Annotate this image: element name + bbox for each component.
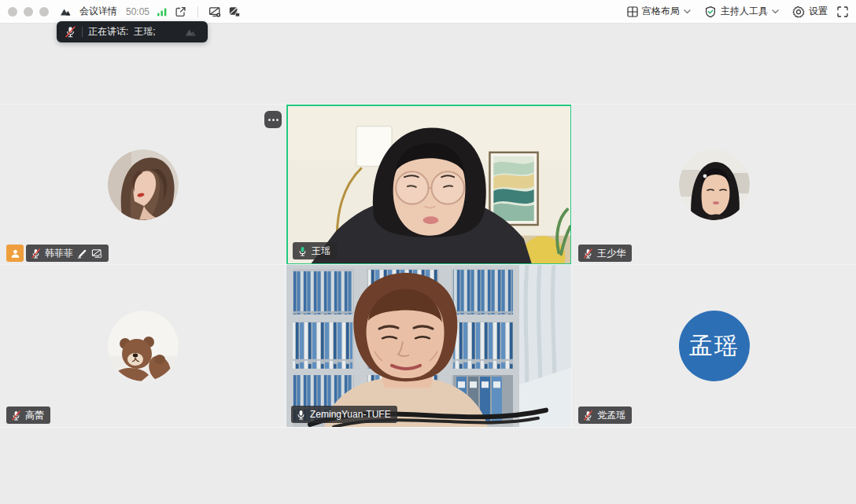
avatar-initials: 孟瑶 [679, 311, 750, 381]
settings-button[interactable]: 设置 [788, 5, 832, 18]
record-lock-icon[interactable] [228, 6, 241, 18]
avatar-wrap: 孟瑶 [572, 265, 856, 427]
nametag: ZemingYuan-TUFE [291, 406, 397, 423]
settings-label: 设置 [809, 5, 828, 18]
toast-divider [82, 27, 83, 37]
meeting-timer: 50:05 [126, 6, 149, 17]
mic-on-icon [296, 410, 306, 420]
mic-muted-icon [31, 248, 41, 259]
nametag-row: ZemingYuan-TUFE [291, 406, 397, 423]
host-tools-button[interactable]: 主持人工具 [700, 5, 783, 18]
avatar-wrap [0, 105, 286, 265]
participant-tile-hanfeifei[interactable]: 韩菲菲 [0, 105, 286, 265]
tile-more-button[interactable] [264, 111, 282, 128]
participant-tile-gaolei[interactable]: 高蕾 [0, 265, 286, 427]
speaking-toast-label: 正在讲话: [88, 25, 128, 39]
speaking-toast-speaker: 王瑶; [134, 25, 155, 39]
annotation-pen-icon [77, 248, 87, 259]
titlebar: 会议详情 50:05 [0, 0, 856, 24]
participant-tile-dangmengyao[interactable]: 孟瑶 党孟瑶 [572, 265, 856, 427]
screen-share-disabled-icon [91, 248, 102, 259]
nametag: 党孟瑶 [578, 407, 632, 424]
nametag: 高蕾 [6, 407, 50, 424]
meeting-details-link[interactable]: 会议详情 [79, 5, 117, 18]
chevron-down-icon [772, 9, 779, 14]
window-minimize-button[interactable] [24, 7, 33, 17]
participant-name: 高蕾 [25, 409, 44, 422]
avatar-wrap [572, 105, 856, 265]
avatar-photo-gaolei [108, 311, 179, 381]
mic-muted-icon [11, 410, 21, 421]
screen-share-disabled-icon[interactable] [208, 6, 221, 18]
avatar-photo-wangshaohua [679, 149, 750, 220]
nametag-row: 高蕾 [6, 407, 50, 424]
speaking-toast: 正在讲话: 王瑶; [57, 21, 208, 42]
open-external-icon[interactable] [175, 6, 187, 18]
watermark-logo-icon [183, 26, 200, 39]
titlebar-left: 会议详情 50:05 [60, 5, 241, 18]
grid-layout-label: 宫格布局 [642, 5, 680, 18]
titlebar-right: 宫格布局 主持人工具 设置 [623, 5, 848, 18]
meeting-stage: 韩菲菲 [0, 24, 856, 504]
grid-layout-button[interactable]: 宫格布局 [623, 5, 695, 18]
host-tools-shield-icon [704, 6, 717, 18]
mic-muted-icon [65, 26, 76, 38]
participant-name: 王瑶 [312, 245, 330, 258]
participant-grid: 韩菲菲 [0, 105, 856, 427]
mic-muted-icon [583, 248, 593, 259]
nametag: 王少华 [578, 245, 632, 262]
window-zoom-button[interactable] [39, 7, 49, 17]
network-signal-icon [157, 6, 168, 17]
chevron-down-icon [684, 9, 691, 14]
participant-name: ZemingYuan-TUFE [310, 409, 391, 420]
video-feed-wangyao [288, 106, 570, 263]
nametag-row: 王少华 [578, 245, 632, 262]
titlebar-divider [197, 6, 198, 17]
host-person-icon [10, 248, 20, 259]
avatar-photo-hanfeifei [108, 149, 179, 220]
participant-name: 王少华 [597, 247, 625, 260]
grid-layout-icon [627, 6, 638, 17]
nametag: 韩菲菲 [26, 245, 109, 262]
mic-speaking-icon [297, 246, 308, 256]
nametag-row: 党孟瑶 [578, 407, 632, 424]
meeting-logo-icon [60, 6, 72, 18]
host-tools-label: 主持人工具 [721, 5, 768, 18]
participant-tile-zemingyuan[interactable]: ZemingYuan-TUFE [286, 265, 572, 427]
participant-tile-wangshaohua[interactable]: 王少华 [572, 105, 856, 265]
video-feed-zemingyuan [286, 265, 572, 427]
participant-tile-wangyao[interactable]: 王瑶 [286, 105, 572, 265]
host-badge [6, 245, 24, 262]
nametag: 王瑶 [293, 242, 337, 259]
avatar-wrap [0, 265, 286, 427]
nametag-row: 王瑶 [293, 242, 337, 259]
mic-muted-icon [583, 410, 593, 421]
participant-name: 韩菲菲 [45, 247, 73, 260]
participant-name: 党孟瑶 [597, 409, 625, 422]
traffic-lights[interactable] [8, 7, 49, 17]
nametag-row: 韩菲菲 [6, 245, 109, 262]
gear-icon [792, 6, 805, 18]
window-close-button[interactable] [8, 7, 17, 17]
fullscreen-icon[interactable] [837, 6, 848, 17]
